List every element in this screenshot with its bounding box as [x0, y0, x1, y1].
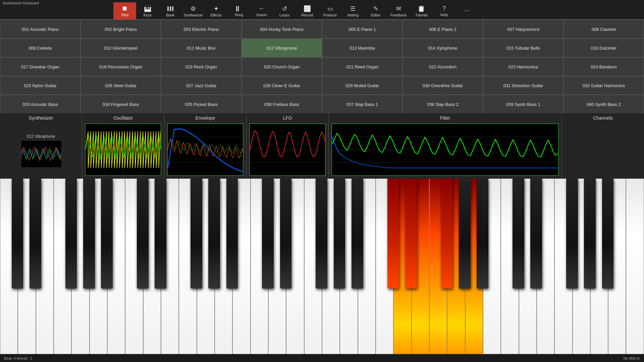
instrument-cell-017[interactable]: 017 Drawbar Organ	[0, 57, 80, 76]
keys-button[interactable]: 🎹 Keys	[136, 2, 159, 20]
instrument-cell-025[interactable]: 025 Nylon Guitar	[0, 76, 80, 95]
instrument-cell-011[interactable]: 011 Music Box	[161, 39, 241, 57]
black-key-14[interactable]	[352, 179, 363, 289]
import-icon: ←	[259, 5, 265, 12]
instrument-cell-038[interactable]: 038 Slap Bass 2	[402, 95, 483, 114]
instrument-cell-028[interactable]: 028 Clean E Guitar	[241, 76, 322, 95]
instrument-cell-030[interactable]: 030 Overdrive Guitar	[402, 76, 483, 95]
instrument-cell-003[interactable]: 003 Electric Piano	[161, 20, 241, 39]
song-button[interactable]: Song	[227, 2, 250, 20]
black-key-22[interactable]	[566, 179, 578, 289]
instrument-cell-018[interactable]: 018 Percussive Organ	[80, 57, 161, 76]
black-key-8[interactable]	[208, 179, 220, 289]
black-key-11[interactable]	[280, 179, 292, 289]
instrument-cell-008[interactable]: 008 Clavinet	[564, 20, 644, 39]
instrument-cell-010[interactable]: 010 Glockenspiel	[80, 39, 161, 57]
black-key-5[interactable]	[137, 179, 149, 289]
black-key-24[interactable]	[602, 179, 614, 289]
record-button[interactable]: ⬜ Record	[296, 2, 319, 20]
setting-button[interactable]: ☰ Setting	[341, 2, 364, 20]
black-key-1[interactable]	[30, 179, 41, 289]
black-key-18[interactable]	[459, 179, 471, 289]
black-key-6[interactable]	[155, 179, 166, 289]
black-key-16[interactable]	[405, 179, 417, 289]
filter-section: Filter	[329, 113, 562, 179]
black-key-9[interactable]	[226, 179, 238, 289]
instrument-cell-027[interactable]: 027 Jazz Guitar	[161, 76, 241, 95]
instrument-cell-014[interactable]: 014 Xylophone	[402, 39, 483, 57]
black-key-13[interactable]	[334, 179, 345, 289]
instrument-cell-012[interactable]: 012 Vibraphone	[241, 39, 322, 57]
black-key-10[interactable]	[262, 179, 274, 289]
effects-button[interactable]: ✦ Effects	[205, 2, 227, 20]
effects-icon: ✦	[214, 5, 219, 12]
instrument-cell-001[interactable]: 001 Acoustic Piano	[0, 20, 80, 39]
loops-button[interactable]: ↺ Loops	[273, 2, 296, 20]
instrument-cell-040[interactable]: 040 Synth Bass 2	[564, 95, 644, 114]
status-bar: Beat: 4 Ahead : 2 No Midi In	[0, 354, 644, 362]
envelope-section: Envelope	[164, 113, 247, 179]
instrument-cell-031[interactable]: 031 Distortion Guitar	[483, 76, 564, 95]
produce-label: Produce	[323, 13, 337, 17]
black-key-19[interactable]	[477, 179, 488, 289]
instrument-cell-004[interactable]: 004 Honky Tonk Piano	[241, 20, 322, 39]
instrument-cell-035[interactable]: 035 Picked Bass	[161, 95, 241, 114]
instrument-cell-021[interactable]: 021 Reed Organ	[322, 57, 402, 76]
instrument-cell-037[interactable]: 037 Slap Bass 1	[322, 95, 402, 114]
import-button[interactable]: ← Import	[250, 2, 273, 20]
instrument-cell-005[interactable]: 005 E Piano 1	[322, 20, 402, 39]
produce-button[interactable]: ▭ Produce	[319, 2, 341, 20]
instrument-cell-019[interactable]: 019 Rock Organ	[161, 57, 241, 76]
tutorial-label: Tutorial	[415, 13, 427, 17]
black-key-7[interactable]	[191, 179, 202, 289]
synthesizer-label: Synthesizer	[183, 13, 203, 17]
black-key-12[interactable]	[316, 179, 327, 289]
black-key-20[interactable]	[513, 179, 524, 289]
feedback-label: Feedback	[390, 13, 407, 17]
black-key-2[interactable]	[65, 179, 77, 289]
synthesizer-button[interactable]: ⚙ Synthesizer	[182, 2, 205, 20]
bank-button[interactable]: Bank	[159, 2, 182, 20]
synthesizer-section: Synthesizer 012 Vibraphone	[0, 113, 82, 179]
instrument-cell-013[interactable]: 013 Marimba	[322, 39, 402, 57]
black-key-21[interactable]	[530, 179, 542, 289]
oscillator-section: Oscillator	[82, 113, 164, 179]
instrument-cell-024[interactable]: 024 Bandeon	[564, 57, 644, 76]
instrument-cell-006[interactable]: 006 E Piano 2	[402, 20, 483, 39]
app-title: Synthesizer Keyboard	[3, 1, 39, 5]
instrument-cell-039[interactable]: 039 Synth Bass 1	[483, 95, 564, 114]
editor-button[interactable]: ✎ Editor	[364, 2, 387, 20]
feedback-button[interactable]: ✉ Feedback	[387, 2, 410, 20]
svg-rect-3	[236, 6, 237, 11]
instrument-cell-023[interactable]: 023 Harmonica	[483, 57, 564, 76]
instrument-cell-009[interactable]: 009 Celesta	[0, 39, 80, 57]
black-key-17[interactable]	[441, 179, 453, 289]
loops-icon: ↺	[282, 5, 287, 12]
instrument-cell-032[interactable]: 032 Guitar Harmonics	[564, 76, 644, 95]
beat-display: Beat: 4 Ahead : 2	[4, 356, 32, 360]
black-key-15[interactable]	[387, 179, 399, 289]
white-key-35[interactable]	[626, 179, 644, 362]
tutorial-button[interactable]: 📋 Tutorial	[410, 2, 433, 20]
instrument-cell-020[interactable]: 020 Church Organ	[241, 57, 322, 76]
filter-section-title: Filter	[329, 113, 561, 122]
instrument-cell-033[interactable]: 033 Acoustic Bass	[0, 95, 80, 114]
instrument-cell-036[interactable]: 036 Fretless Bass	[241, 95, 322, 114]
instrument-cell-007[interactable]: 007 Harpsichord	[483, 20, 564, 39]
instrument-cell-029[interactable]: 029 Muted Guitar	[322, 76, 402, 95]
black-key-4[interactable]	[101, 179, 113, 289]
black-key-3[interactable]	[83, 179, 95, 289]
instrument-cell-026[interactable]: 026 Steel Guitar	[80, 76, 161, 95]
instrument-cell-002[interactable]: 002 Bright Piano	[80, 20, 161, 39]
instrument-cell-016[interactable]: 016 Dulcimer	[564, 39, 644, 57]
black-key-0[interactable]	[12, 179, 23, 289]
more-button[interactable]: ···	[455, 2, 478, 20]
lfo-display	[249, 123, 326, 176]
synthesizer-section-title: Synthesizer	[0, 113, 82, 122]
instrument-cell-022[interactable]: 022 Accordion	[402, 57, 483, 76]
help-button[interactable]: ? Help	[433, 2, 455, 20]
stop-button[interactable]: ⏹ Stop	[113, 2, 136, 20]
black-key-23[interactable]	[584, 179, 596, 289]
instrument-cell-015[interactable]: 015 Tubular Bells	[483, 39, 564, 57]
instrument-cell-034[interactable]: 034 Fingered Bass	[80, 95, 161, 114]
